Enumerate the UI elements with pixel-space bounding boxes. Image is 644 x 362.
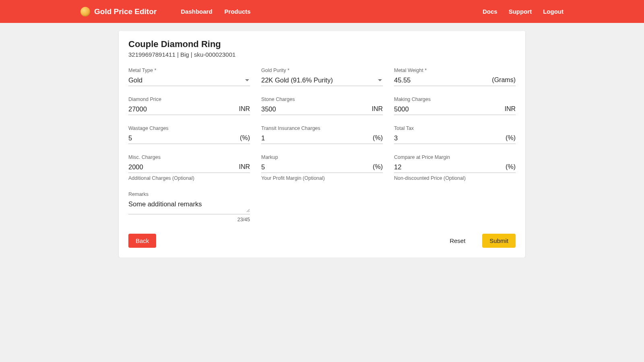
label-making-charges: Making Charges (394, 97, 516, 102)
top-bar: Gold Price Editor Dashboard Products Doc… (0, 0, 644, 23)
label-total-tax: Total Tax (394, 125, 516, 131)
input-misc-charges[interactable] (128, 162, 236, 172)
label-transit-insurance: Transit Insurance Charges (261, 125, 383, 131)
product-form-card: Couple Diamond Ring 32199697891411 | Big… (119, 31, 525, 257)
suffix-total-tax: (%) (503, 134, 516, 142)
suffix-stone-charges: INR (369, 105, 383, 113)
chevron-down-icon (245, 79, 249, 81)
counter-remarks: 23/45 (128, 217, 250, 222)
field-compare-margin: Compare at Price Margin (%) Non-discount… (394, 154, 516, 181)
suffix-wastage-charges: (%) (237, 134, 250, 142)
field-gold-purity: Gold Purity * 22K Gold (91.6% Purity) (261, 68, 383, 86)
select-metal-type[interactable]: Gold (128, 75, 250, 86)
label-remarks: Remarks (128, 191, 250, 197)
back-button[interactable]: Back (128, 234, 156, 248)
select-gold-purity[interactable]: 22K Gold (91.6% Purity) (261, 75, 383, 86)
page-subtitle: 32199697891411 | Big | sku-000023001 (128, 51, 516, 58)
nav-support[interactable]: Support (509, 8, 532, 15)
label-misc-charges: Misc. Charges (128, 154, 250, 160)
field-transit-insurance: Transit Insurance Charges (%) (261, 125, 383, 144)
app-logo: Gold Price Editor (80, 7, 157, 16)
label-metal-type: Metal Type * (128, 68, 250, 73)
input-stone-charges[interactable] (261, 104, 369, 114)
suffix-making-charges: INR (502, 105, 516, 113)
chevron-down-icon (378, 79, 382, 81)
nav-products[interactable]: Products (225, 8, 251, 15)
suffix-misc-charges: INR (236, 163, 250, 171)
textarea-remarks[interactable] (128, 199, 250, 212)
app-title: Gold Price Editor (94, 7, 157, 16)
label-compare-margin: Compare at Price Margin (394, 154, 516, 160)
field-metal-type: Metal Type * Gold (128, 68, 250, 86)
input-transit-insurance[interactable] (261, 133, 370, 143)
input-compare-margin[interactable] (394, 162, 503, 172)
field-stone-charges: Stone Charges INR (261, 97, 383, 115)
suffix-compare-margin: (%) (503, 163, 516, 171)
input-total-tax[interactable] (394, 133, 503, 143)
input-diamond-price[interactable] (128, 104, 236, 114)
reset-button[interactable]: Reset (442, 234, 473, 248)
suffix-markup: (%) (370, 163, 383, 171)
label-stone-charges: Stone Charges (261, 97, 383, 102)
submit-button[interactable]: Submit (482, 234, 516, 248)
label-gold-purity: Gold Purity * (261, 68, 383, 73)
field-remarks: Remarks 23/45 (128, 191, 250, 222)
label-wastage-charges: Wastage Charges (128, 125, 250, 131)
value-gold-purity: 22K Gold (91.6% Purity) (261, 75, 376, 85)
field-metal-weight: Metal Weight * (Grams) (394, 68, 516, 86)
input-metal-weight[interactable] (394, 75, 489, 85)
label-markup: Markup (261, 154, 383, 160)
field-making-charges: Making Charges INR (394, 97, 516, 115)
helper-compare-margin: Non-discounted Price (Optional) (394, 175, 516, 181)
suffix-diamond-price: INR (236, 105, 250, 113)
field-misc-charges: Misc. Charges INR Additional Charges (Op… (128, 154, 250, 181)
field-markup: Markup (%) Your Profit Margin (Optional) (261, 154, 383, 181)
form-actions: Back Reset Submit (128, 234, 516, 248)
page-title: Couple Diamond Ring (128, 39, 516, 49)
helper-misc-charges: Additional Charges (Optional) (128, 175, 250, 181)
label-diamond-price: Diamond Price (128, 97, 250, 102)
input-making-charges[interactable] (394, 104, 502, 114)
nav-right: Docs Support Logout (483, 8, 564, 15)
label-metal-weight: Metal Weight * (394, 68, 516, 73)
nav-dashboard[interactable]: Dashboard (181, 8, 212, 15)
value-metal-type: Gold (128, 75, 243, 85)
helper-markup: Your Profit Margin (Optional) (261, 175, 383, 181)
field-diamond-price: Diamond Price INR (128, 97, 250, 115)
suffix-metal-weight: (Grams) (489, 76, 516, 84)
input-markup[interactable] (261, 162, 370, 172)
field-total-tax: Total Tax (%) (394, 125, 516, 144)
nav-logout[interactable]: Logout (543, 8, 564, 15)
suffix-transit-insurance: (%) (370, 134, 383, 142)
nav-docs[interactable]: Docs (483, 8, 497, 15)
field-wastage-charges: Wastage Charges (%) (128, 125, 250, 144)
nav-left: Dashboard Products (181, 8, 250, 15)
input-wastage-charges[interactable] (128, 133, 237, 143)
gold-coin-icon (80, 7, 90, 16)
